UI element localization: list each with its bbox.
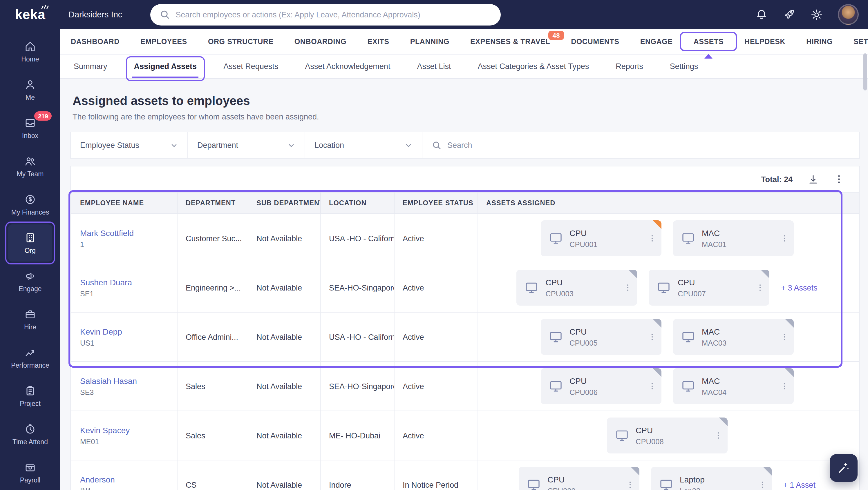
asset-card[interactable]: MACMAC01	[673, 220, 794, 256]
sidebar-item-performance[interactable]: Performance	[0, 339, 60, 377]
sidebar-item-payroll[interactable]: Payroll	[0, 454, 60, 490]
asset-text: CPUCPU001	[569, 228, 598, 249]
tab-label: EMPLOYEES	[141, 37, 187, 45]
asset-menu-icon[interactable]	[713, 431, 723, 440]
sidebar-item-inbox[interactable]: 219 Inbox	[0, 109, 60, 147]
asset-card[interactable]: LaptopLap03	[651, 467, 771, 490]
employee-name-link[interactable]: Kevin Spacey	[80, 425, 169, 435]
asset-card[interactable]: CPUCPU007	[649, 270, 769, 305]
tab-onboarding[interactable]: ONBOARDING	[284, 29, 357, 54]
more-options-icon[interactable]	[834, 174, 844, 185]
employee-name-link[interactable]: Sushen Duara	[80, 277, 169, 287]
asset-card[interactable]: CPUCPU006	[540, 368, 661, 404]
asset-card[interactable]: CPUCPU001	[540, 220, 661, 256]
employee-name-link[interactable]: Salasiah Hasan	[80, 376, 169, 385]
sidebar-item-org[interactable]: Org	[0, 224, 60, 262]
location-cell: ME- HO-Dubai	[321, 411, 395, 460]
asset-menu-icon[interactable]	[755, 283, 765, 292]
tab-label: ASSETS	[694, 37, 724, 45]
asset-menu-icon[interactable]	[623, 283, 632, 292]
department-filter[interactable]: Department	[188, 132, 305, 158]
asset-corner-flag	[761, 270, 769, 279]
tab-documents[interactable]: DOCUMENTS	[560, 29, 630, 54]
tab-settings[interactable]: SETTINGS	[843, 29, 868, 54]
gear-icon[interactable]	[811, 8, 823, 21]
asset-card[interactable]: MACMAC03	[673, 319, 794, 355]
employee-name-link[interactable]: Anderson	[80, 475, 169, 484]
sidebar-item-time-attend[interactable]: Time Attend	[0, 415, 60, 454]
asset-type: MAC	[702, 376, 726, 385]
bell-icon[interactable]	[755, 8, 768, 21]
sidebar-item-project[interactable]: Project	[0, 377, 60, 415]
asset-menu-icon[interactable]	[779, 382, 789, 391]
tab-hiring[interactable]: HIRING	[796, 29, 843, 54]
location-filter[interactable]: Location	[305, 132, 423, 158]
tab-employees[interactable]: EMPLOYEES	[130, 29, 197, 54]
sidebar-item-me[interactable]: Me	[0, 71, 60, 109]
employee-name-link[interactable]: Mark Scottfield	[80, 228, 169, 237]
asset-text: CPUCPU003	[546, 277, 574, 298]
assets-caret-up-icon	[704, 54, 713, 59]
assets-cell: CPUCPU008	[478, 411, 859, 460]
location-cell: USA -HO - Californ	[321, 313, 395, 361]
rocket-icon[interactable]	[783, 8, 796, 21]
tab-label: EXITS	[367, 37, 389, 45]
user-avatar[interactable]	[838, 4, 859, 25]
employee-status-filter[interactable]: Employee Status	[71, 132, 188, 158]
search-icon	[159, 9, 170, 20]
table-search-input[interactable]	[447, 141, 850, 150]
asset-card[interactable]: CPUCPU005	[540, 319, 661, 355]
sidebar-item-home[interactable]: Home	[0, 32, 60, 71]
vertical-scrollbar[interactable]	[863, 53, 867, 91]
tab-engage[interactable]: ENGAGE	[630, 29, 683, 54]
asset-menu-icon[interactable]	[625, 480, 634, 489]
sidebar-item-hire[interactable]: Hire	[0, 300, 60, 339]
subtab-asset-acknowledgement[interactable]: Asset Acknowledgement	[291, 55, 404, 78]
asset-type: CPU	[548, 475, 576, 484]
subtab-label: Asset List	[417, 62, 451, 71]
sub-department-cell: Not Available	[248, 214, 321, 263]
asset-menu-icon[interactable]	[779, 332, 789, 341]
subtab-reports[interactable]: Reports	[602, 55, 656, 78]
asset-menu-icon[interactable]	[647, 332, 656, 341]
more-assets-link[interactable]: + 3 Assets	[781, 283, 817, 292]
subtab-settings[interactable]: Settings	[656, 55, 712, 78]
sidebar-item-label: My Finances	[11, 209, 49, 216]
tab-exits[interactable]: EXITS	[357, 29, 400, 54]
subtab-asset-categories[interactable]: Asset Categories & Asset Types	[464, 55, 602, 78]
asset-card[interactable]: CPUCPU008	[607, 418, 727, 454]
employee-name-link[interactable]: Kevin Depp	[80, 327, 169, 336]
sidebar-item-engage[interactable]: Engage	[0, 262, 60, 300]
asset-menu-icon[interactable]	[647, 382, 656, 391]
asset-card[interactable]: CPUCPU009	[519, 467, 639, 490]
tab-assets[interactable]: ASSETS	[683, 29, 734, 54]
asset-type: MAC	[702, 228, 726, 237]
tab-org-structure[interactable]: ORG STRUCTURE	[197, 29, 284, 54]
sidebar-item-my-team[interactable]: My Team	[0, 147, 60, 186]
tab-dashboard[interactable]: DASHBOARD	[60, 29, 130, 54]
asset-menu-icon[interactable]	[757, 480, 767, 489]
more-assets-link[interactable]: + 1 Asset	[783, 481, 815, 489]
keka-logo[interactable]: keka	[0, 0, 60, 29]
sidebar-item-my-finances[interactable]: My Finances	[0, 186, 60, 224]
tab-helpdesk[interactable]: HELPDESK	[734, 29, 796, 54]
subtab-summary[interactable]: Summary	[60, 55, 121, 78]
subtab-asset-list[interactable]: Asset List	[404, 55, 464, 78]
trend-chart-icon	[24, 347, 36, 358]
tab-planning[interactable]: PLANNING	[400, 29, 460, 54]
status-cell: Active	[395, 263, 478, 312]
global-search-input[interactable]	[176, 10, 491, 19]
asset-card[interactable]: CPUCPU003	[517, 270, 637, 305]
assets-sub-nav: Summary Assigned Assets Asset Requests A…	[60, 55, 868, 79]
asset-card[interactable]: MACMAC04	[673, 368, 794, 404]
subtab-asset-requests[interactable]: Asset Requests	[210, 55, 291, 78]
magic-wand-button[interactable]	[830, 454, 858, 482]
asset-text: CPUCPU006	[569, 376, 598, 396]
tab-label: SETTINGS	[854, 37, 868, 45]
tab-expenses-travel[interactable]: EXPENSES & TRAVEL 48	[460, 29, 560, 54]
download-icon[interactable]	[808, 174, 819, 185]
asset-menu-icon[interactable]	[779, 234, 789, 243]
subtab-assigned-assets[interactable]: Assigned Assets	[121, 55, 210, 78]
asset-menu-icon[interactable]	[647, 234, 656, 243]
sidebar-item-label: Time Attend	[12, 438, 48, 445]
